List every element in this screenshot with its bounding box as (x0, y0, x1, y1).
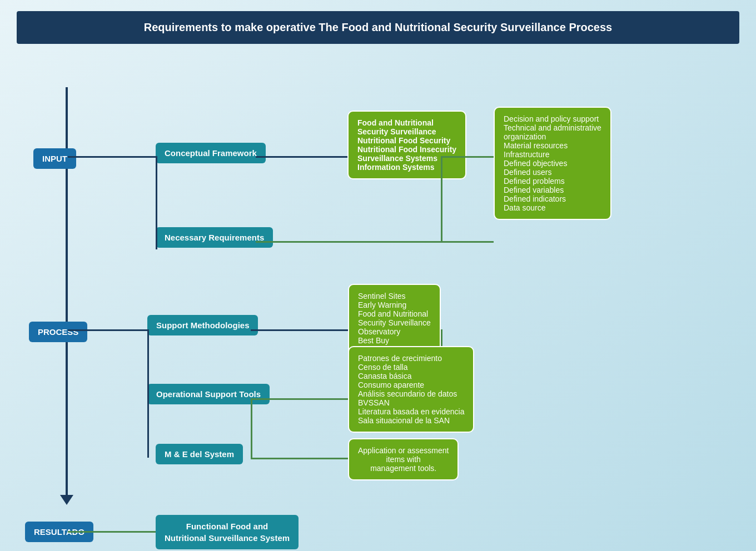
gb4-line8: Sala situacional de la SAN (358, 416, 464, 425)
gb4-line6: BVSSAN (358, 398, 464, 407)
green-box-2: Decision and policy support Technical an… (494, 107, 611, 220)
m-e-system-label: M & E del System (156, 444, 243, 464)
functional-system-box: Functional Food and Nutritional Surveill… (156, 515, 299, 549)
gb4-line2: Censo de talla (358, 363, 464, 372)
functional-system-label: Functional Food and Nutritional Surveill… (156, 515, 299, 549)
gb4-line1: Patrones de crecimiento (358, 354, 464, 363)
h-line-nr-gb2 (256, 241, 494, 243)
input-box: INPUT (33, 148, 76, 169)
necessary-requirements-box: Necessary Requirements (156, 227, 273, 248)
h-line-sm-gb3 (251, 329, 348, 331)
gb2-line3: organization (504, 132, 601, 141)
green-box-1: Food and Nutritional Security Surveillan… (347, 111, 466, 179)
gb3-line2: Early Warning (358, 300, 431, 309)
bracket-v-ost-me (251, 398, 252, 458)
support-methodologies-box: Support Methodologies (147, 315, 258, 335)
gb2-line9: Defined variables (504, 186, 601, 194)
support-methodologies-label: Support Methodologies (147, 315, 258, 335)
gb2-line7: Defined users (504, 168, 601, 177)
gb5-line3: management tools. (358, 464, 449, 473)
m-e-system-box: M & E del System (156, 444, 243, 464)
h-line-ost-gb4 (251, 398, 348, 400)
green-box-2-content: Decision and policy support Technical an… (494, 107, 611, 220)
gb1-line2: Security Surveillance (357, 127, 456, 136)
green-box-4-content: Patrones de crecimiento Censo de talla C… (348, 346, 474, 433)
h-line-me-gb5 (251, 458, 348, 459)
bracket-v-right (441, 156, 442, 241)
gb4-line5: Análisis secundario de datos (358, 389, 464, 398)
header-title: Requirements to make operative The Food … (17, 11, 739, 44)
gb1-line1: Food and Nutritional (357, 118, 456, 127)
gb2-line10: Defined indicators (504, 194, 601, 203)
h-line-gb1-gb2 (441, 156, 494, 158)
h-line-resultado-fs (68, 531, 156, 533)
header: Requirements to make operative The Food … (0, 11, 756, 44)
gb5-line1: Application or assessment (358, 446, 449, 455)
process-box: PROCESS (29, 322, 87, 342)
conceptual-framework-label: Conceptual Framework (156, 143, 266, 163)
green-box-5: Application or assessment items with man… (348, 438, 459, 480)
h-line-bracket-nr (156, 248, 157, 249)
gb3-line4: Security Surveillance (358, 318, 431, 327)
gb2-line11: Data source (504, 203, 601, 212)
process-label: PROCESS (29, 322, 87, 342)
gb2-line4: Material resources (504, 141, 601, 150)
gb2-line6: Defined objectives (504, 159, 601, 168)
gb3-line5: Observatory (358, 327, 431, 336)
arrow-down-icon (60, 495, 73, 505)
gb4-line4: Consumo aparente (358, 380, 464, 389)
gb2-line2: Technical and administrative (504, 123, 601, 132)
h-line-cf-box1 (256, 156, 347, 158)
green-box-4: Patrones de crecimiento Censo de talla C… (348, 346, 474, 433)
gb4-line7: Literatura basada en evidencia (358, 407, 464, 416)
h-line-process-sm (68, 329, 156, 331)
gb2-line5: Infrastructure (504, 150, 601, 159)
gb2-line1: Decision and policy support (504, 114, 601, 123)
gb5-line2: items with (358, 455, 449, 464)
input-label: INPUT (33, 148, 76, 169)
bracket-v-process (147, 329, 149, 458)
h-line-input-cf (68, 156, 156, 158)
necessary-requirements-label: Necessary Requirements (156, 227, 273, 248)
bracket-v-cf-nr (156, 156, 157, 248)
gb3-line6: Best Buy (358, 336, 431, 345)
green-box-5-content: Application or assessment items with man… (348, 438, 459, 480)
main-content: INPUT Conceptual Framework Food and Nutr… (0, 44, 756, 550)
gb1-line4: Nutritional Food Insecurity (357, 145, 456, 154)
gb4-line3: Canasta básica (358, 372, 464, 380)
conceptual-framework-box: Conceptual Framework (156, 143, 266, 163)
gb3-line3: Food and Nutritional (358, 309, 431, 318)
green-box-1-content: Food and Nutritional Security Surveillan… (347, 111, 466, 179)
gb2-line8: Defined problems (504, 177, 601, 186)
gb1-line3: Nutritional Food Security (357, 136, 456, 145)
gb3-line1: Sentinel Sites (358, 292, 431, 300)
